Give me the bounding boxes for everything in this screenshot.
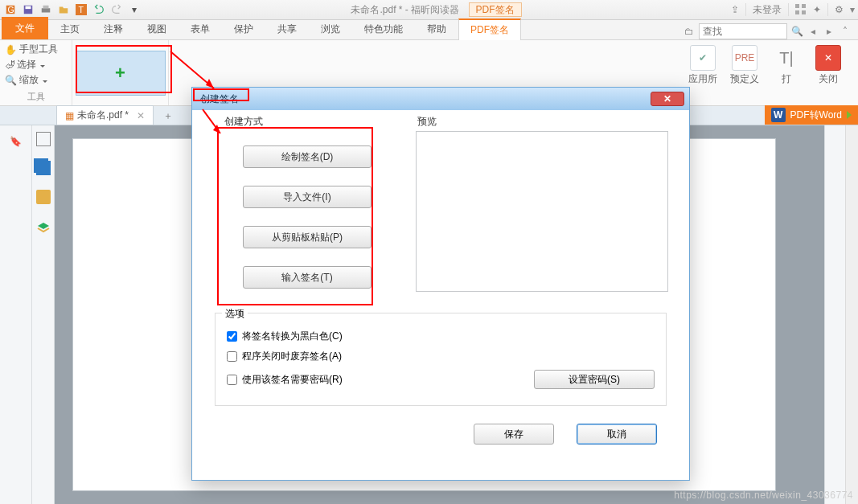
new-tab-button[interactable]: ＋: [158, 108, 178, 125]
redo-icon[interactable]: [109, 2, 124, 17]
page-icon[interactable]: [36, 132, 51, 146]
tools-group: ✋手型工具 ⮰选择 🔍缩放 工具: [0, 40, 72, 105]
tab-share[interactable]: 共享: [265, 18, 309, 39]
grid-icon[interactable]: [795, 4, 807, 15]
tab-browse[interactable]: 浏览: [309, 18, 352, 39]
left-nav-strip: 🔖: [0, 125, 32, 504]
tab-file[interactable]: 文件: [2, 17, 48, 39]
add-signature-button[interactable]: +: [76, 51, 166, 96]
layers-icon[interactable]: [36, 219, 51, 233]
tab-annotate[interactable]: 注释: [92, 18, 135, 39]
option-password-row: 使用该签名需要密码(R) 设置密码(S): [227, 370, 655, 389]
svg-rect-4: [42, 8, 51, 12]
type-signature-button[interactable]: 输入签名(T): [243, 266, 372, 289]
bookmark-icon[interactable]: 🔖: [8, 133, 24, 150]
import-file-button[interactable]: 导入文件(I): [243, 186, 372, 208]
option-discard-row[interactable]: 程序关闭时废弃签名(A): [227, 350, 655, 363]
option-bw-label: 将签名转换为黑白色(C): [242, 330, 343, 343]
tools-group-label: 工具: [5, 91, 67, 104]
save-icon[interactable]: [21, 2, 35, 17]
option-bw-checkbox[interactable]: [227, 331, 237, 342]
options-section: 选项 将签名转换为黑白色(C) 程序关闭时废弃签名(A) 使用该签名需要密码(R…: [215, 313, 667, 406]
window-title: 未命名.pdf * - 福昕阅读器 PDF签名: [142, 3, 731, 17]
dialog-footer: 保存 取消: [192, 406, 689, 445]
tab-features[interactable]: 特色功能: [352, 18, 415, 39]
search-icon[interactable]: 🔍: [790, 25, 803, 38]
predefined-icon: PRE: [732, 45, 757, 71]
signature-preview-box: [416, 131, 668, 292]
login-label[interactable]: 未登录: [753, 3, 782, 17]
text-tool-icon[interactable]: T: [74, 2, 88, 17]
predefined-button[interactable]: PRE预定义: [726, 45, 763, 86]
tab-help[interactable]: 帮助: [415, 18, 458, 39]
type-icon: T|: [774, 45, 799, 71]
hand-icon: ✋: [5, 44, 17, 55]
watermark-text: https://blog.csdn.net/weixin_43036774: [674, 490, 853, 501]
draw-signature-button[interactable]: 绘制签名(D): [243, 145, 372, 168]
document-tab[interactable]: ▦ 未命名.pdf * ✕: [56, 105, 154, 125]
dialog-close-button[interactable]: ✕: [651, 92, 684, 106]
tab-home[interactable]: 主页: [48, 18, 92, 39]
dialog-titlebar[interactable]: 创建签名 ✕: [192, 88, 689, 110]
search-input[interactable]: [699, 23, 787, 39]
cancel-button[interactable]: 取消: [577, 424, 657, 445]
app-icon: G: [3, 2, 18, 17]
option-bw-row[interactable]: 将签名转换为黑白色(C): [227, 330, 655, 343]
collapse-ribbon-icon[interactable]: ˄: [839, 25, 852, 38]
tab-protect[interactable]: 保护: [222, 18, 265, 39]
paste-clipboard-button[interactable]: 从剪贴板粘贴(P): [243, 226, 372, 248]
undo-icon[interactable]: [92, 2, 106, 17]
ribbon-tab-row: 文件 主页 注释 视图 表单 保护 共享 浏览 特色功能 帮助 PDF签名 🗀 …: [0, 20, 858, 40]
word-icon: W: [771, 108, 786, 122]
right-gutter: [824, 125, 845, 504]
close-sign-button[interactable]: ✕关闭: [810, 45, 847, 86]
type-button[interactable]: T|打: [768, 45, 805, 86]
svg-text:T: T: [79, 5, 84, 14]
settings-icon[interactable]: ⚙: [835, 4, 844, 15]
save-button[interactable]: 保存: [474, 424, 554, 445]
chevron-left-icon[interactable]: ◂: [807, 25, 819, 38]
close-tab-icon[interactable]: ✕: [137, 110, 145, 121]
share-icon[interactable]: ⇪: [731, 4, 739, 15]
tab-view[interactable]: 视图: [135, 18, 179, 39]
preview-section: 预览: [408, 121, 676, 300]
pages-icon[interactable]: [36, 161, 51, 175]
annotation-arrow-2: [199, 106, 227, 138]
vertical-scrollbar[interactable]: [845, 125, 858, 504]
search-folder-icon[interactable]: 🗀: [683, 25, 696, 38]
ribbon-context-label: PDF签名: [469, 2, 522, 17]
chevron-down-icon[interactable]: ▾: [850, 4, 855, 15]
pdf-to-word-button[interactable]: W PDF转Word: [765, 105, 858, 125]
pdf-file-icon: ▦: [65, 110, 74, 121]
zoom-tool[interactable]: 🔍缩放: [5, 72, 67, 88]
star-icon[interactable]: ✦: [813, 4, 821, 15]
hand-tool[interactable]: ✋手型工具: [5, 42, 67, 57]
svg-marker-9: [206, 79, 214, 88]
qat-dropdown-icon[interactable]: ▾: [127, 2, 142, 17]
open-icon[interactable]: [56, 2, 71, 17]
tab-forms[interactable]: 表单: [179, 18, 222, 39]
apply-icon: ✔: [690, 45, 716, 71]
left-panel: [32, 125, 55, 504]
ribbon-search-area: 🗀 🔍 ◂ ▸ ˄: [683, 23, 858, 39]
option-password-checkbox[interactable]: [227, 375, 237, 385]
comments-icon[interactable]: [36, 190, 51, 204]
create-method-section: 创建方式 绘制签名(D) 导入文件(I) 从剪贴板粘贴(P) 输入签名(T): [215, 121, 392, 300]
create-signature-dialog: 创建签名 ✕ 创建方式 绘制签名(D) 导入文件(I) 从剪贴板粘贴(P) 输入…: [191, 87, 690, 481]
close-icon: ✕: [815, 45, 841, 71]
add-signature-group: +: [72, 40, 169, 105]
chevron-right-icon[interactable]: ▸: [823, 25, 835, 38]
plus-icon: +: [115, 63, 125, 84]
option-password-label: 使用该签名需要密码(R): [242, 373, 343, 387]
select-tool[interactable]: ⮰选择: [5, 57, 67, 72]
print-icon[interactable]: [39, 2, 53, 17]
apply-all-button[interactable]: ✔应用所: [684, 45, 721, 86]
tab-pdf-sign[interactable]: PDF签名: [458, 18, 521, 40]
set-password-button[interactable]: 设置密码(S): [534, 370, 655, 389]
create-method-legend: 创建方式: [221, 115, 266, 129]
options-legend: 选项: [222, 307, 248, 321]
document-tab-label: 未命名.pdf *: [77, 109, 129, 122]
preview-legend: 预览: [414, 115, 440, 129]
cursor-icon: ⮰: [5, 59, 14, 71]
option-discard-checkbox[interactable]: [227, 351, 237, 362]
